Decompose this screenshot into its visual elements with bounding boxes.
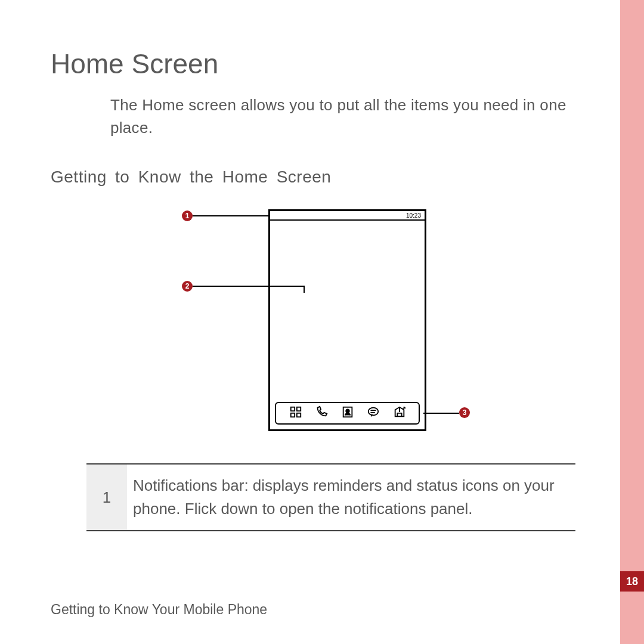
dock-bar [275, 402, 420, 425]
svg-point-5 [346, 410, 349, 413]
grid-icon [289, 405, 302, 421]
messaging-icon [367, 405, 380, 421]
status-time: 10:23 [406, 212, 421, 219]
phone-outline: 10:23 [268, 209, 426, 431]
svg-point-6 [369, 408, 379, 416]
svg-rect-3 [296, 413, 300, 417]
footer-text: Getting to Know Your Mobile Phone [51, 602, 267, 618]
leader-line-1 [193, 215, 268, 216]
svg-rect-1 [296, 407, 300, 411]
diagram-container: 1 2 3 10:23 [86, 205, 587, 449]
leader-line-3 [423, 413, 459, 414]
intro-text: The Home screen allows you to put all th… [110, 94, 572, 139]
page-title: Home Screen [51, 48, 584, 80]
manual-page: 18 Home Screen The Home screen allows yo… [0, 0, 644, 644]
contact-icon [341, 405, 354, 421]
row-number: 1 [86, 465, 127, 530]
row-description: Notifications bar: displays reminders an… [127, 465, 575, 530]
table-row: 1 Notifications bar: displays reminders … [86, 465, 575, 530]
callout-1: 1 [182, 210, 193, 221]
home-screen-diagram: 1 2 3 10:23 [182, 205, 492, 449]
callout-3: 3 [459, 407, 470, 418]
svg-rect-2 [290, 413, 294, 417]
page-number: 18 [620, 571, 644, 592]
phone-icon [315, 405, 328, 421]
section-heading: Getting to Know the Home Screen [51, 168, 584, 187]
callout-2: 2 [182, 281, 193, 292]
side-strip: 18 [620, 0, 644, 644]
browser-icon [393, 405, 406, 421]
svg-rect-0 [290, 407, 294, 411]
status-bar: 10:23 [270, 211, 425, 221]
callout-table: 1 Notifications bar: displays reminders … [86, 463, 575, 531]
